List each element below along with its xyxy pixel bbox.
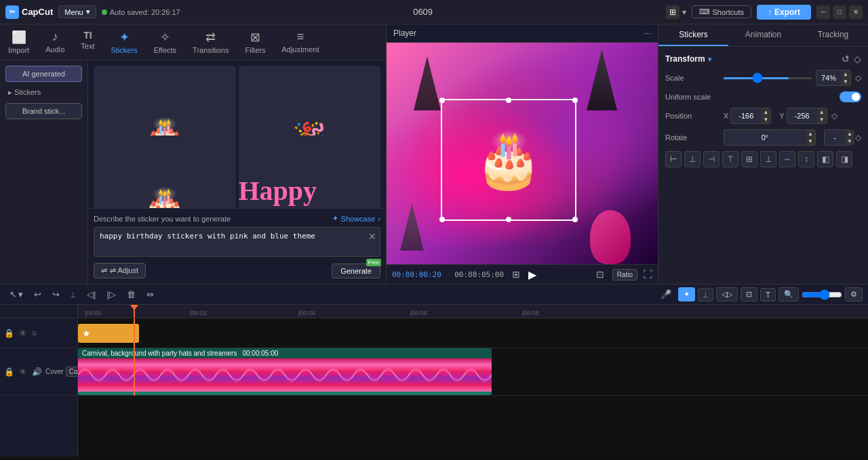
x-down[interactable]: ▼ bbox=[761, 116, 770, 123]
y-input[interactable] bbox=[787, 110, 817, 121]
tl-trim-btn[interactable]: ◁▷ bbox=[716, 287, 738, 301]
tool-transitions[interactable]: ⇄ Transitions bbox=[184, 27, 237, 57]
position-keyframe[interactable]: ◇ bbox=[831, 111, 837, 121]
rotate-down[interactable]: ▼ bbox=[806, 138, 815, 145]
tl-delete[interactable]: 🗑 bbox=[123, 287, 140, 301]
handle-tl[interactable] bbox=[439, 98, 445, 103]
scale-keyframe[interactable]: ◇ bbox=[855, 73, 861, 83]
scale-input[interactable] bbox=[816, 72, 841, 83]
align-left[interactable]: ⊢ bbox=[665, 151, 682, 167]
video-audio-icon[interactable]: 🔊 bbox=[31, 366, 43, 378]
tl-sticker-btn[interactable]: ✦ bbox=[678, 287, 695, 301]
tool-adjustment[interactable]: ≡ Adjustment bbox=[273, 27, 327, 57]
generate-button[interactable]: Free Generate bbox=[332, 264, 380, 278]
layout-selector[interactable]: ⊞ ▾ bbox=[666, 5, 686, 19]
align-right[interactable]: ⊣ bbox=[703, 151, 719, 167]
fullscreen-button[interactable]: ⛶ bbox=[643, 269, 652, 280]
maximize-button[interactable]: □ bbox=[833, 5, 846, 19]
play-button[interactable]: ▶ bbox=[528, 268, 536, 281]
tool-effects[interactable]: ✧ Effects bbox=[146, 27, 184, 57]
stickers-category[interactable]: ▸ Stickers bbox=[5, 86, 82, 99]
player-more-button[interactable]: ··· bbox=[644, 28, 651, 38]
select-dropdown[interactable]: ▾ bbox=[18, 289, 23, 299]
align-center-h[interactable]: ⊥ bbox=[684, 151, 701, 167]
brand-stick-button[interactable]: Brand stick... bbox=[5, 103, 82, 119]
menu-button[interactable]: Menu ▾ bbox=[58, 5, 96, 18]
flip-v[interactable]: ◨ bbox=[836, 151, 852, 167]
video-eye-icon[interactable]: 👁 bbox=[18, 366, 28, 378]
close-button[interactable]: ✕ bbox=[849, 5, 863, 19]
uniform-scale-toggle[interactable] bbox=[840, 91, 861, 102]
tl-zoom-slider[interactable] bbox=[802, 289, 842, 300]
sticker-menu-icon[interactable]: ≡ bbox=[31, 327, 38, 339]
tl-trim-left[interactable]: ◁| bbox=[83, 287, 100, 301]
tl-split[interactable]: ⟂ bbox=[66, 287, 80, 301]
rotate-extra-input[interactable] bbox=[825, 132, 845, 143]
tab-animation[interactable]: Animation bbox=[728, 24, 798, 46]
sticker-item[interactable]: 🎂 bbox=[94, 135, 236, 208]
sticker-lock-icon[interactable]: 🔒 bbox=[3, 327, 16, 339]
rotate-keyframe[interactable]: ◇ bbox=[855, 133, 861, 142]
re-down[interactable]: ▼ bbox=[845, 138, 854, 145]
tab-tracking[interactable]: Tracking bbox=[798, 24, 868, 46]
handle-tm[interactable] bbox=[506, 98, 511, 103]
handle-bm[interactable] bbox=[506, 217, 511, 222]
x-input[interactable] bbox=[731, 110, 761, 121]
tool-filters[interactable]: ⊠ Filters bbox=[237, 27, 273, 57]
handle-br[interactable] bbox=[572, 217, 578, 222]
re-up[interactable]: ▲ bbox=[845, 130, 854, 138]
keyframe-icon[interactable]: ◇ bbox=[854, 54, 861, 64]
tl-trim-right[interactable]: |▷ bbox=[102, 287, 119, 301]
tl-select-tool[interactable]: ↖ ▾ bbox=[5, 287, 27, 301]
flip-h[interactable]: ◧ bbox=[817, 151, 833, 167]
tab-stickers[interactable]: Stickers bbox=[658, 24, 728, 46]
video-clip[interactable]: Carnival, background with party hats and… bbox=[78, 348, 492, 395]
x-up[interactable]: ▲ bbox=[761, 108, 770, 116]
prompt-input[interactable]: happy birthday stickers with pink and bl… bbox=[94, 227, 380, 257]
tl-undo[interactable]: ↩ bbox=[30, 287, 45, 301]
tl-clip-btn[interactable]: ⊡ bbox=[741, 287, 757, 301]
prompt-clear-button[interactable]: ✕ bbox=[368, 231, 376, 242]
tl-redo[interactable]: ↪ bbox=[48, 287, 64, 301]
showcase-link[interactable]: ✦ Showcase › bbox=[332, 214, 380, 223]
tool-import[interactable]: ⬜ Import bbox=[0, 27, 37, 57]
minimize-button[interactable]: ─ bbox=[816, 5, 830, 19]
tool-text[interactable]: TI Text bbox=[73, 27, 102, 57]
rotate-up[interactable]: ▲ bbox=[806, 130, 815, 138]
scale-up[interactable]: ▲ bbox=[841, 70, 850, 78]
tl-split-btn[interactable]: ⟂ bbox=[698, 288, 713, 301]
sticker-clip[interactable]: ★ bbox=[78, 324, 139, 343]
crop-button[interactable]: ⊡ bbox=[593, 268, 607, 281]
ai-generated-button[interactable]: AI generated bbox=[5, 66, 82, 82]
tl-settings[interactable]: ⚙ bbox=[845, 287, 863, 301]
rotate-input[interactable] bbox=[724, 132, 806, 143]
timeline-content[interactable]: |00:00 |00:02 |00:04 |00:06 |00:08 bbox=[78, 305, 868, 457]
scale-slider[interactable] bbox=[724, 77, 812, 79]
tool-audio[interactable]: ♪ Audio bbox=[37, 27, 73, 57]
tool-stickers[interactable]: ✦ Stickers bbox=[103, 27, 146, 57]
y-up[interactable]: ▲ bbox=[817, 108, 827, 116]
align-top[interactable]: ⊤ bbox=[722, 151, 738, 167]
distribute-h[interactable]: ↔ bbox=[779, 151, 795, 167]
align-bottom[interactable]: ⊥ bbox=[760, 151, 776, 167]
tl-mirror[interactable]: ⇔ bbox=[142, 287, 158, 301]
handle-tr[interactable] bbox=[572, 98, 578, 103]
sticker-item[interactable]: Happy Birthday! bbox=[239, 135, 381, 208]
scale-down[interactable]: ▼ bbox=[841, 78, 850, 85]
distribute-v[interactable]: ↕ bbox=[798, 151, 814, 167]
tl-zoom-out[interactable]: 🔍 bbox=[778, 287, 799, 301]
video-lock-icon[interactable]: 🔒 bbox=[3, 366, 16, 378]
transform-expand-icon[interactable]: ▾ bbox=[708, 56, 711, 63]
shortcuts-button[interactable]: ⌨ Shortcuts bbox=[692, 5, 751, 18]
y-down[interactable]: ▼ bbox=[817, 116, 827, 123]
align-center-v[interactable]: ⊞ bbox=[741, 151, 757, 167]
tl-text-btn[interactable]: T bbox=[760, 288, 776, 301]
tl-mic[interactable]: 🎤 bbox=[656, 287, 675, 301]
grid-view-button[interactable]: ⊞ bbox=[509, 268, 523, 281]
export-button[interactable]: ↑ Export bbox=[757, 5, 811, 20]
reset-icon[interactable]: ↺ bbox=[842, 54, 850, 64]
ratio-button[interactable]: Ratio bbox=[612, 269, 637, 280]
sticker-eye-icon[interactable]: 👁 bbox=[18, 327, 28, 339]
handle-bl[interactable] bbox=[439, 217, 445, 222]
adjust-button[interactable]: ⇌ ⇌ Adjust bbox=[94, 263, 146, 278]
